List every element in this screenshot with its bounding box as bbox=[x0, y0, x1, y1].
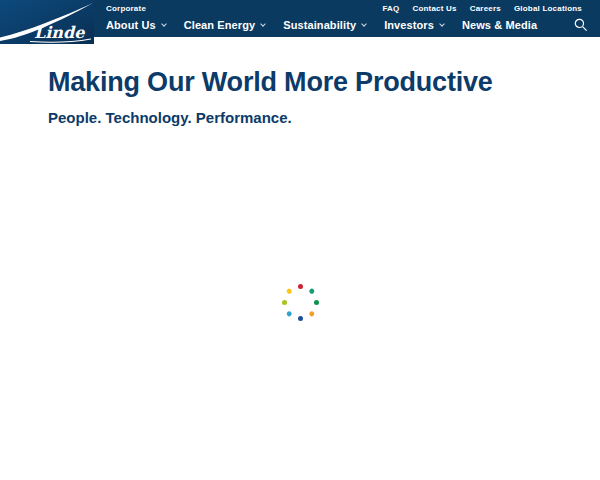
utility-link-faq[interactable]: FAQ bbox=[382, 4, 399, 13]
nav-item-clean-energy[interactable]: Clean Energy bbox=[184, 19, 266, 31]
spinner-dot bbox=[298, 316, 303, 321]
chevron-down-icon bbox=[260, 21, 266, 27]
nav-item-investors[interactable]: Investors bbox=[384, 19, 444, 31]
chevron-down-icon bbox=[161, 21, 167, 27]
nav-item-label: Sustainability bbox=[283, 19, 356, 31]
page-content: Making Our World More Productive People.… bbox=[0, 37, 600, 126]
utility-links: FAQ Contact Us Careers Global Locations bbox=[382, 4, 582, 13]
loading-spinner bbox=[280, 282, 320, 322]
spinner-dot bbox=[298, 284, 303, 289]
hero-section: Making Our World More Productive People.… bbox=[0, 37, 600, 126]
nav-item-sustainability[interactable]: Sustainability bbox=[283, 19, 366, 31]
spinner-dot bbox=[285, 287, 292, 294]
spinner-dot bbox=[308, 287, 315, 294]
page-subtitle: People. Technology. Performance. bbox=[48, 109, 600, 126]
site-header: Linde Corporate FAQ Contact Us Careers G… bbox=[0, 0, 600, 37]
spinner-dot bbox=[282, 300, 287, 305]
site-section-label: Corporate bbox=[106, 4, 146, 13]
spinner-dot bbox=[285, 310, 292, 317]
page-title: Making Our World More Productive bbox=[48, 67, 600, 98]
chevron-down-icon bbox=[361, 21, 367, 27]
logo-wordmark: Linde bbox=[34, 23, 85, 42]
chevron-down-icon bbox=[439, 21, 445, 27]
utility-link-careers[interactable]: Careers bbox=[470, 4, 501, 13]
utility-link-global-locations[interactable]: Global Locations bbox=[514, 4, 582, 13]
nav-item-about-us[interactable]: About Us bbox=[106, 19, 166, 31]
nav-item-news-media[interactable]: News & Media bbox=[462, 19, 537, 31]
main-nav: About Us Clean Energy Sustainability Inv… bbox=[106, 18, 590, 32]
utility-bar: Corporate FAQ Contact Us Careers Global … bbox=[106, 4, 590, 13]
search-icon bbox=[574, 18, 588, 32]
nav-item-label: Clean Energy bbox=[184, 19, 256, 31]
nav-item-label: Investors bbox=[384, 19, 434, 31]
linde-logo[interactable]: Linde bbox=[0, 0, 94, 44]
search-button[interactable] bbox=[572, 18, 590, 32]
linde-logo-image: Linde bbox=[0, 0, 94, 44]
nav-item-label: About Us bbox=[106, 19, 156, 31]
nav-item-label: News & Media bbox=[462, 19, 537, 31]
spinner-dot bbox=[314, 300, 319, 305]
spinner-dot bbox=[308, 310, 315, 317]
utility-link-contact-us[interactable]: Contact Us bbox=[412, 4, 456, 13]
